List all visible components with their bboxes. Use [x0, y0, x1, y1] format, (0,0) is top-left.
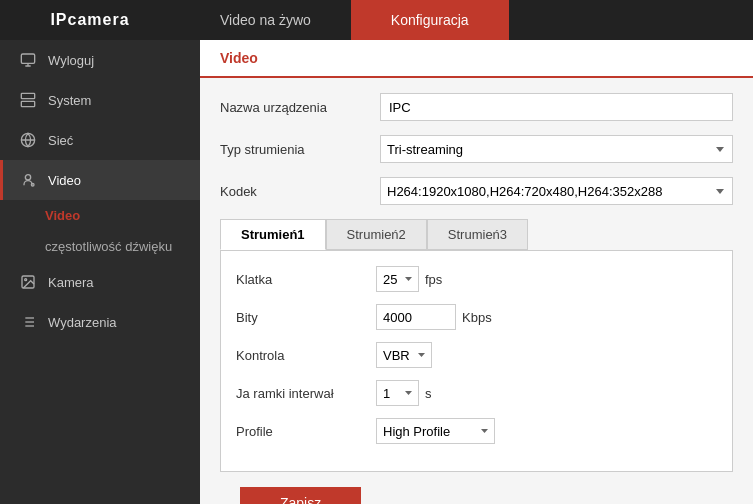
sidebar-item-siec[interactable]: Sieć: [0, 120, 200, 160]
stream-row-bity: Bity Kbps: [236, 304, 717, 330]
form-row-nazwa: Nazwa urządzenia: [220, 93, 733, 121]
svg-point-6: [25, 175, 30, 180]
sidebar-item-wyloguj[interactable]: Wyloguj: [0, 40, 200, 80]
svg-rect-1: [21, 93, 34, 98]
section-title: Video: [220, 50, 258, 66]
header-tabs: Video na żywo Konfiguracja: [180, 0, 753, 40]
stream-row-profile: Profile High ProfileMain ProfileBaseline…: [236, 418, 717, 444]
label-nazwa: Nazwa urządzenia: [220, 100, 380, 115]
input-bity[interactable]: [376, 304, 456, 330]
input-nazwa[interactable]: [380, 93, 733, 121]
control-nazwa: [380, 93, 733, 121]
svg-point-9: [25, 279, 27, 281]
select-profile[interactable]: High ProfileMain ProfileBaseline Profile: [376, 418, 495, 444]
unit-s: s: [425, 386, 432, 401]
usergear-icon: [18, 170, 38, 190]
sidebar-label-wyloguj: Wyloguj: [48, 53, 94, 68]
svg-rect-0: [21, 54, 34, 63]
sidebar-item-video[interactable]: Video: [0, 160, 200, 200]
sidebar-label-kamera: Kamera: [48, 275, 94, 290]
label-profile: Profile: [236, 424, 376, 439]
select-kontrola[interactable]: VBRCBR: [376, 342, 432, 368]
stream-row-klatka: Klatka 25151051 fps: [236, 266, 717, 292]
save-button[interactable]: Zapisz: [240, 487, 361, 504]
stream-panel: Klatka 25151051 fps Bity Kbps: [220, 250, 733, 472]
form-row-kodek: Kodek H264:1920x1080,H264:720x480,H264:3…: [220, 177, 733, 205]
header: IPcamera Video na żywo Konfiguracja: [0, 0, 753, 40]
form-area: Nazwa urządzenia Typ strumienia Tri-stre…: [200, 93, 753, 504]
sidebar-label-system: System: [48, 93, 91, 108]
sidebar: Wyloguj System Sieć Video Video częstotl…: [0, 40, 200, 504]
stream-tabs: Strumień1 Strumień2 Strumień3: [220, 219, 733, 250]
select-interwał[interactable]: 12510: [376, 380, 419, 406]
sidebar-label-wydarzenia: Wydarzenia: [48, 315, 117, 330]
control-typ: Tri-streaming Single-streaming Dual-stre…: [380, 135, 733, 163]
sidebar-item-kamera[interactable]: Kamera: [0, 262, 200, 302]
select-klatka[interactable]: 25151051: [376, 266, 419, 292]
section-header: Video: [200, 40, 753, 78]
label-bity: Bity: [236, 310, 376, 325]
sidebar-label-video: Video: [48, 173, 81, 188]
unit-kbps: Kbps: [462, 310, 492, 325]
control-profile: High ProfileMain ProfileBaseline Profile: [376, 418, 495, 444]
tab-live[interactable]: Video na żywo: [180, 0, 351, 40]
sidebar-label-siec: Sieć: [48, 133, 73, 148]
monitor-icon: [18, 50, 38, 70]
sidebar-item-system[interactable]: System: [0, 80, 200, 120]
tab-stream1[interactable]: Strumień1: [220, 219, 326, 250]
control-bity: Kbps: [376, 304, 492, 330]
main-content: Video Nazwa urządzenia Typ strumienia Tr…: [200, 40, 753, 504]
label-kontrola: Kontrola: [236, 348, 376, 363]
control-kodek: H264:1920x1080,H264:720x480,H264:352x288: [380, 177, 733, 205]
control-interwał: 12510 s: [376, 380, 432, 406]
globe-icon: [18, 130, 38, 150]
form-row-typ: Typ strumienia Tri-streaming Single-stre…: [220, 135, 733, 163]
sidebar-subitem-video[interactable]: Video: [0, 200, 200, 231]
sidebar-item-wydarzenia[interactable]: Wydarzenia: [0, 302, 200, 342]
server-icon: [18, 90, 38, 110]
label-interwał: Ja ramki interwał: [236, 386, 376, 401]
label-kodek: Kodek: [220, 184, 380, 199]
control-kontrola: VBRCBR: [376, 342, 432, 368]
select-typ[interactable]: Tri-streaming Single-streaming Dual-stre…: [380, 135, 733, 163]
tab-stream3[interactable]: Strumień3: [427, 219, 528, 250]
svg-rect-2: [21, 101, 34, 106]
sidebar-subitem-czestotliwosc[interactable]: częstotliwość dźwięku: [0, 231, 200, 262]
control-klatka: 25151051 fps: [376, 266, 442, 292]
tab-config[interactable]: Konfiguracja: [351, 0, 509, 40]
image-icon: [18, 272, 38, 292]
stream-row-interwał: Ja ramki interwał 12510 s: [236, 380, 717, 406]
label-typ: Typ strumienia: [220, 142, 380, 157]
label-klatka: Klatka: [236, 272, 376, 287]
tab-stream2[interactable]: Strumień2: [326, 219, 427, 250]
layout: Wyloguj System Sieć Video Video częstotl…: [0, 40, 753, 504]
select-kodek[interactable]: H264:1920x1080,H264:720x480,H264:352x288: [380, 177, 733, 205]
stream-row-kontrola: Kontrola VBRCBR: [236, 342, 717, 368]
list-icon: [18, 312, 38, 332]
logo: IPcamera: [0, 11, 180, 29]
unit-fps: fps: [425, 272, 442, 287]
